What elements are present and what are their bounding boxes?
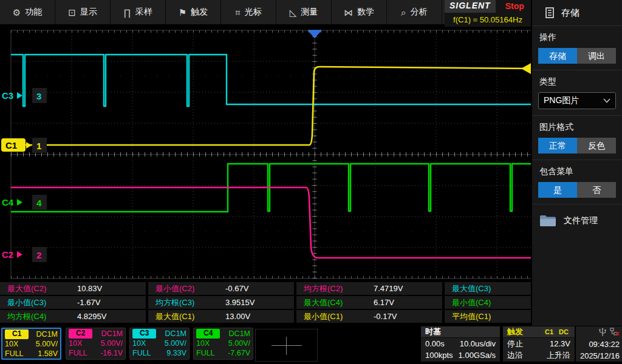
menu-item-math[interactable]: ⋈ 数学 <box>332 0 387 24</box>
trigger-source-badge: C1 <box>543 328 555 337</box>
measure-value: 4.8295V <box>77 312 106 321</box>
sidebar-title: 存储 <box>561 7 579 19</box>
measure-cell[interactable]: 均方根(C2)7.4719V <box>296 282 442 295</box>
measure-label: 最大值(C1) <box>148 311 225 322</box>
menu-item-measure[interactable]: ◺ 测量 <box>276 0 332 24</box>
timebase-delay: 0.00s <box>425 338 445 349</box>
c2-marker-arrow <box>17 251 22 258</box>
waveform-display[interactable]: C3 3 C1 1 C4 4 C2 2 <box>0 27 531 281</box>
menu-item-label: 测量 <box>301 7 318 18</box>
channel-badge: C4 <box>196 329 220 339</box>
menu-item-label: 光标 <box>245 7 262 18</box>
volt-scale: 5.00V/ <box>165 339 186 348</box>
timebase-box[interactable]: 时基 0.00s10.0us/div 100kpts1.00GSa/s <box>421 326 500 362</box>
c1-marker-label: C1 <box>5 140 17 150</box>
format-inverted-button[interactable]: 反色 <box>577 138 616 153</box>
c2-digit: 2 <box>36 250 41 260</box>
run-state-badge[interactable]: Stop <box>496 0 524 13</box>
siglent-logo: SIGLENT <box>445 0 496 13</box>
trigger-level: 12.3V <box>550 338 570 349</box>
usb-icon <box>599 328 606 337</box>
trigger-mode: 停止 <box>507 338 523 349</box>
include-yes-button[interactable]: 是 <box>538 182 577 198</box>
menu-item-label: 功能 <box>25 7 42 18</box>
folder-icon <box>539 214 556 227</box>
measure-cell[interactable]: 最小值(C4) <box>445 296 531 309</box>
measure-cell[interactable]: 均方根(C4)4.8295V <box>0 310 146 323</box>
measure-cell[interactable]: 最大值(C1)13.00V <box>148 310 294 323</box>
section-operation: 操作 存储 调出 <box>532 26 622 70</box>
operation-label: 操作 <box>539 32 616 43</box>
measurement-row: 最大值(C2)10.83V 最小值(C2)-0.67V 均方根(C2)7.471… <box>0 282 531 295</box>
bandwidth: FULL <box>132 348 151 358</box>
coupling: DC1M <box>165 329 186 339</box>
trace-c1[interactable] <box>11 67 531 145</box>
channel-box-c4[interactable]: C4DC1M 10X5.00V/ FULL-7.67V <box>193 328 253 360</box>
measure-cell[interactable]: 最大值(C4)6.17V <box>296 296 442 309</box>
coupling: DC1M <box>36 329 58 339</box>
measure-label: 最小值(C3) <box>0 297 77 308</box>
section-type: 类型 PNG图片 <box>532 70 622 116</box>
memory-depth: 100kpts <box>425 349 453 361</box>
offset-value: -16.1V <box>100 348 123 358</box>
menu-item-function[interactable]: ⚙ 功能 <box>0 0 55 24</box>
format-normal-button[interactable]: 正常 <box>538 138 577 153</box>
menu-item-label: 采样 <box>135 7 152 18</box>
c3-marker-label[interactable]: C3 <box>2 90 13 101</box>
measure-value: 3.9515V <box>225 298 255 307</box>
channel-box-c2[interactable]: C2DC1M 10X5.00V/ FULL-16.1V <box>66 328 126 360</box>
measure-cell[interactable]: 均方根(C3)3.9515V <box>148 296 294 309</box>
include-no-button[interactable]: 否 <box>577 182 616 198</box>
trigger-position-marker[interactable] <box>308 30 321 38</box>
probe-atten: 10X <box>5 339 18 349</box>
measure-cell[interactable]: 最小值(C2)-0.67V <box>148 282 294 295</box>
sample-rate: 1.00GSa/s <box>459 349 496 361</box>
menu-item-analysis[interactable]: ⌕ 分析 <box>387 0 442 24</box>
probe-atten: 10X <box>132 339 146 348</box>
plus-icon <box>286 337 287 355</box>
sidebar-header: 存储 <box>532 0 622 26</box>
measure-value: 6.17V <box>374 298 394 307</box>
storage-sidebar: 存储 操作 存储 调出 类型 PNG图片 图片格式 正常 反色 包含菜单 是 否 <box>531 0 622 326</box>
section-include-menu: 包含菜单 是 否 <box>532 160 622 204</box>
measure-value: -0.17V <box>374 312 397 321</box>
save-button[interactable]: 存储 <box>538 48 577 64</box>
menu-item-trigger[interactable]: ⚑ 触发 <box>166 0 221 24</box>
clock-time: 09:43:22 <box>578 339 620 350</box>
channel-box-c1[interactable]: C1DC1M 10X5.00V/ FULL1.58V <box>1 328 61 360</box>
network-disconnected-x: ✕ <box>615 330 620 337</box>
trigger-box[interactable]: 触发 C1DC 停止12.3V 边沿上升沿 <box>503 326 575 362</box>
trigger-level-marker[interactable] <box>521 63 531 74</box>
c2-marker-label[interactable]: C2 <box>2 249 13 260</box>
file-type-dropdown[interactable]: PNG图片 <box>538 92 616 109</box>
file-type-value: PNG图片 <box>544 95 579 106</box>
add-channel-slot[interactable] <box>255 329 318 362</box>
file-manager-item[interactable]: 文件管理 <box>532 204 622 227</box>
offset-value: 1.58V <box>38 349 58 359</box>
c4-marker-label[interactable]: C4 <box>2 197 14 207</box>
measure-label: 均方根(C2) <box>296 283 374 294</box>
measure-cell[interactable]: 最小值(C3)-1.67V <box>0 296 146 309</box>
channel-markers: C3 3 C1 1 C4 4 C2 2 <box>1 88 47 262</box>
channel-box-c3[interactable]: C3DC1M 10X5.00V/ FULL9.33V <box>129 328 190 360</box>
measure-cell[interactable]: 最小值(C1)-0.17V <box>296 310 442 323</box>
c1-digit: 1 <box>36 141 41 151</box>
recall-button[interactable]: 调出 <box>577 48 616 64</box>
menu-item-label: 分析 <box>411 7 428 18</box>
measure-cell[interactable]: 平均值(C1) <box>445 310 531 323</box>
c1-marker-arrow <box>26 142 32 149</box>
analysis-icon: ⌕ <box>401 8 406 17</box>
volt-scale: 5.00V/ <box>101 339 123 348</box>
menu-item-acquire[interactable]: ∏ 采样 <box>111 0 166 24</box>
menu-item-cursor[interactable]: ⌗ 光标 <box>221 0 276 24</box>
trace-c2[interactable] <box>11 187 531 258</box>
frequency-counter: f(C1) = 50.05164Hz <box>445 13 531 24</box>
menu-item-display[interactable]: ⊡ 显示 <box>55 0 111 24</box>
measure-cell[interactable]: 最大值(C2)10.83V <box>0 282 146 295</box>
coupling: DC1M <box>229 329 250 339</box>
measure-value: 13.00V <box>225 312 250 321</box>
measure-cell[interactable]: 最大值(C3) <box>445 282 531 295</box>
document-icon <box>545 7 554 18</box>
timebase-scale: 10.0us/div <box>460 338 496 349</box>
trace-c3[interactable] <box>11 55 531 106</box>
